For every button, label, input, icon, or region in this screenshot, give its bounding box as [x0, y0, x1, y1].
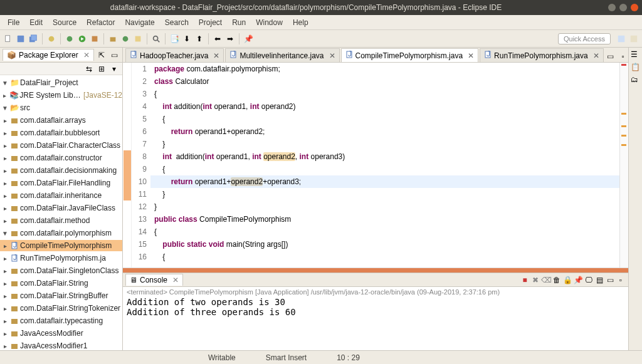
task-list-button[interactable]: 📋 [631, 63, 641, 73]
console-output[interactable]: Addition of two operands is 30 Addition … [123, 297, 628, 350]
perspective-java-button[interactable] [616, 33, 627, 44]
open-console-button[interactable]: ▤ [594, 275, 604, 285]
run-button[interactable] [76, 33, 88, 44]
tree-item[interactable]: ▸com.dataflair.bubblesort [0, 127, 122, 138]
tree-item[interactable]: ▸JavaAcessModifier1 [0, 340, 122, 350]
tree-item[interactable]: ▼📁DataFlair_Project [0, 77, 122, 88]
menu-source[interactable]: Source [48, 16, 82, 29]
menu-edit[interactable]: Edit [24, 16, 48, 29]
tree-item[interactable]: ▸JCompileTimePolymorphism [0, 240, 122, 251]
new-package-button[interactable] [107, 33, 118, 44]
tree-item[interactable]: ▸com.DataFlair.StringBuffer [0, 290, 122, 301]
svg-rect-33 [11, 306, 18, 311]
debug-button[interactable] [64, 33, 75, 44]
overview-warn-marker[interactable] [621, 135, 626, 137]
package-explorer-title: Package Explorer [19, 51, 78, 60]
close-icon[interactable]: ✕ [593, 51, 599, 60]
editor-max-button[interactable]: ▭ [605, 51, 616, 62]
console-min-button[interactable]: ▭ [605, 275, 615, 285]
horizontal-scrollbar[interactable] [123, 268, 628, 273]
menu-navigate[interactable]: Navigate [120, 16, 159, 29]
package-explorer-tree[interactable]: ▼📁DataFlair_Project▸📚JRE System Library … [0, 75, 122, 350]
tree-item[interactable]: ▸com.dataflair.arrays [0, 115, 122, 126]
tree-item[interactable]: ▸📚JRE System Library [JavaSE-12 [0, 90, 122, 101]
close-icon[interactable]: ✕ [172, 276, 179, 284]
overview-warn-marker[interactable] [621, 113, 626, 115]
tree-item[interactable]: ▸com.DataFlair.CharacterClass [0, 140, 122, 151]
package-explorer-tab[interactable]: 📦 Package Explorer ✕ [3, 49, 94, 61]
scroll-lock-button[interactable]: 🔒 [562, 275, 572, 285]
view-min-button[interactable]: ▭ [108, 49, 120, 61]
outline-view-button[interactable]: ☰ [631, 50, 641, 60]
terminate-button[interactable]: ■ [520, 275, 530, 285]
quick-access-field[interactable]: Quick Access [558, 33, 611, 44]
view-menu-button[interactable]: ▾ [108, 63, 120, 75]
menu-run[interactable]: Run [227, 16, 251, 29]
pin-button[interactable]: 📌 [243, 33, 254, 44]
close-icon[interactable]: ✕ [468, 51, 474, 60]
close-icon[interactable]: ✕ [329, 51, 335, 60]
tree-item[interactable]: ▸JRunTimePolymorphism.ja [0, 252, 122, 264]
save-button[interactable] [15, 33, 26, 44]
tree-item[interactable]: ▸JavaAcessModifier [0, 328, 122, 339]
editor-tab[interactable]: JCompileTimePolymorphism.java✕ [341, 48, 479, 62]
perspective-open-button[interactable] [628, 33, 639, 44]
back-button[interactable]: ⬅ [212, 33, 223, 44]
focus-button[interactable]: ⊞ [96, 63, 107, 75]
tree-item[interactable]: ▸com.dataflair.constructor [0, 152, 122, 164]
tree-item[interactable]: ▼com.dataflair.polymorphism [0, 227, 122, 239]
window-maximize-button[interactable] [619, 4, 627, 11]
tree-item[interactable]: ▸com.DataFlair.String [0, 278, 122, 289]
menu-window[interactable]: Window [251, 16, 288, 29]
tree-item[interactable]: ▸com.DataFlair.SingletonClass [0, 265, 122, 276]
tree-item[interactable]: ▸com.DataFlair.StringTokenizer [0, 303, 122, 314]
toggle-mark-button[interactable]: 📑 [169, 33, 180, 44]
code-content[interactable]: package com.dataflair.polymorphism;class… [150, 63, 619, 268]
menu-search[interactable]: Search [160, 16, 194, 29]
window-minimize-button[interactable] [608, 4, 616, 11]
remove-all-button[interactable]: ⌫ [541, 275, 551, 285]
editor-tab[interactable]: JHadoopTeacher.java✕ [125, 48, 224, 62]
overview-warn-marker[interactable] [621, 125, 626, 127]
close-icon[interactable]: ✕ [83, 51, 90, 60]
pin-console-button[interactable]: 📌 [573, 275, 583, 285]
open-type-button[interactable] [46, 33, 57, 44]
display-selected-button[interactable]: 🖵 [584, 275, 594, 285]
prev-annotation-button[interactable]: ⬆ [194, 33, 205, 44]
tree-item[interactable]: ▸com.dataflair.typecasting [0, 315, 122, 326]
close-icon[interactable]: ✕ [213, 51, 219, 60]
menu-refactor[interactable]: Refactor [82, 16, 120, 29]
editor-min-button[interactable]: ▫ [618, 51, 629, 62]
collapse-all-button[interactable]: ⇱ [96, 49, 107, 61]
code-editor[interactable]: 12345678910111213141516 package com.data… [123, 63, 628, 268]
outline-button[interactable]: 🗂 [631, 75, 641, 85]
overview-error-marker[interactable] [621, 64, 626, 66]
tree-item[interactable]: ▸com.DataFlair.FileHandling [0, 177, 122, 189]
overview-warn-marker[interactable] [621, 144, 626, 146]
tree-item[interactable]: ▸com.DataFlair.JavaFileClass [0, 202, 122, 214]
console-max-button[interactable]: ▫ [616, 275, 626, 285]
link-editor-button[interactable]: ⇆ [83, 63, 95, 75]
save-all-button[interactable] [28, 33, 39, 44]
coverage-button[interactable] [89, 33, 100, 44]
menu-file[interactable]: File [3, 16, 24, 29]
window-close-button[interactable] [631, 4, 638, 11]
tree-item[interactable]: ▸com.dataflair.decisionmaking [0, 165, 122, 176]
new-class-button[interactable] [120, 33, 131, 44]
editor-tab[interactable]: JMultilevelinheritance.java✕ [225, 48, 339, 62]
menu-project[interactable]: Project [194, 16, 227, 29]
search-button[interactable] [150, 33, 162, 44]
editor-tab[interactable]: JRunTimePolymorphism.java✕ [480, 48, 604, 62]
tree-item[interactable]: ▼📂src [0, 102, 122, 113]
tree-item[interactable]: ▸com.dataflair.method [0, 215, 122, 226]
overview-ruler[interactable] [619, 63, 628, 268]
open-task-button[interactable] [132, 33, 144, 44]
clear-console-button[interactable]: 🗑 [552, 275, 562, 285]
forward-button[interactable]: ➡ [224, 33, 236, 44]
menu-help[interactable]: Help [288, 16, 313, 29]
console-tab[interactable]: 🖥 Console ✕ [125, 274, 183, 286]
remove-launch-button[interactable]: ✖ [530, 275, 540, 285]
new-button[interactable] [3, 33, 14, 44]
tree-item[interactable]: ▸com.dataflair.inheritance [0, 190, 122, 201]
next-annotation-button[interactable]: ⬇ [181, 33, 192, 44]
